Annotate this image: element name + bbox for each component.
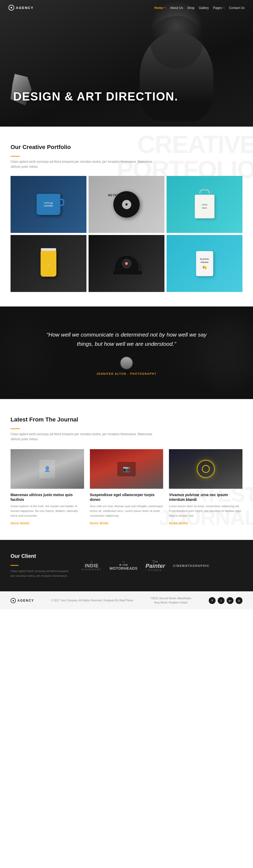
quote-author: JENNIFER ALTON - PHOTOGRAPHY [21, 372, 232, 375]
journal-header: Latest From The Journal Class aptent tac… [10, 416, 243, 442]
portfolio-item-3[interactable]: TOTEBAG [166, 176, 243, 233]
nav-item-contact[interactable]: Contact Us [229, 5, 245, 10]
footer-copy: © 2017 Your Company. All Rights Reserved… [51, 598, 134, 603]
read-more-2[interactable]: Read More [90, 522, 109, 525]
portfolio-title: Our Creative Portfolio [10, 144, 71, 153]
portfolio-item-2[interactable]: METRO-KA? [89, 176, 164, 233]
blog-thumb-3 [169, 449, 243, 489]
blog-grid: 👤 Maecenas ultrices justo metus quis fac… [10, 449, 243, 525]
social-facebook[interactable]: f [209, 597, 216, 604]
logo-text: AGENCY [16, 6, 34, 10]
quote-text: "How well we communicate is determined n… [41, 330, 212, 348]
social-twitter[interactable]: t [218, 597, 225, 604]
logo: AGENCY [8, 5, 34, 10]
blog-excerpt-1: Great explorer of the truth, the master … [10, 504, 84, 518]
read-more-3[interactable]: Read More [169, 522, 188, 525]
client-logo-cinema: CINEMATOGRAPHIC [173, 564, 210, 567]
footer-logo-icon [10, 598, 16, 603]
blog-excerpt-2: Duis velit orci erat. Aenean quis sem fr… [90, 504, 163, 518]
portfolio-desc: Class aptent taciti sociosqu ad litora t… [10, 159, 156, 169]
client-logo-painter: The Painter - STUDIO - [146, 560, 165, 571]
blog-card-2: 📷 Suspendisse eget ullamcorper turpis do… [90, 449, 163, 525]
cap-mockup: 🎯 [114, 255, 139, 272]
footer-logo-text: AGENCY [18, 599, 34, 602]
client-desc: Class aptent taciti sociosqu ad litora t… [10, 569, 71, 578]
quote-section: "How well we communicate is determined n… [0, 307, 253, 399]
cup-mockup: ☕ [40, 250, 56, 277]
journal-desc: Class aptent taciti sociosqu ad litora t… [10, 432, 156, 442]
header: AGENCY Home ~ About Us Shop Gallery Page… [0, 0, 253, 15]
blog-card-3: Vivamus pulvinar urna nec ipsum interdum… [169, 449, 243, 525]
nav-item-home[interactable]: Home ~ [154, 5, 166, 10]
blog-title-3: Vivamus pulvinar urna nec ipsum interdum… [169, 492, 243, 502]
client-logos: 01 INDIE VISIONARY 04 ⚙ THE MOTORHEADS T… [82, 560, 243, 571]
blog-card-1: 👤 Maecenas ultrices justo metus quis fac… [10, 449, 84, 525]
hero-title: DESIGN & ART DIRECTION. [13, 90, 178, 103]
nav-item-pages[interactable]: Pages ~ [213, 5, 225, 10]
blog-title-1: Maecenas ultrices justo metus quis facil… [10, 492, 84, 502]
nav-item-gallery[interactable]: Gallery [199, 5, 209, 10]
social-instagram[interactable]: ◎ [235, 597, 243, 604]
nav: Home ~ About Us Shop Gallery Pages ~ Con… [154, 5, 245, 10]
footer-logo: AGENCY [10, 598, 34, 603]
blog-thumb-1: 👤 [10, 449, 84, 489]
headphone-decor-left [0, 307, 58, 399]
blog-title-2: Suspendisse eget ullamcorper turpis done… [90, 492, 163, 502]
mug-mockup: Let's gooutside! [37, 194, 60, 215]
blog-thumb-2: 📷 [90, 449, 163, 489]
portfolio-item-1[interactable]: Let's gooutside! [10, 176, 87, 233]
vinyl-mockup: METRO-KA? [113, 191, 140, 218]
portfolio-item-6[interactable]: PLASTICPOUCH 🍋 [166, 235, 243, 292]
portfolio-item-5[interactable]: 🎯 [89, 235, 164, 292]
logo-icon [8, 5, 14, 10]
footer-social: f t g+ ◎ [209, 597, 243, 604]
hero-section: AGENCY Home ~ About Us Shop Gallery Page… [0, 0, 253, 127]
client-logo-indie: 01 INDIE VISIONARY [82, 560, 102, 571]
nav-item-about[interactable]: About Us [170, 5, 183, 10]
client-left: Our Client Class aptent taciti sociosqu … [10, 553, 71, 578]
portfolio-item-4[interactable]: ☕ [10, 235, 87, 292]
nav-item-shop[interactable]: Shop [187, 5, 194, 10]
read-more-1[interactable]: Read More [10, 522, 30, 525]
quote-avatar [120, 356, 133, 369]
bag-mockup: TOTEBAG [195, 195, 215, 218]
blog-excerpt-3: Lorem ipsum dolor sit amet, consectetur … [169, 504, 243, 518]
portfolio-section: CREATIVE PORTFOLIO Our Creative Portfoli… [0, 127, 253, 307]
footer-address: 732/21 Second Street, Manchester, King S… [151, 596, 192, 605]
hero-silhouette [127, 0, 227, 127]
hero-text: DESIGN & ART DIRECTION. [13, 90, 178, 103]
section-header: Our Creative Portfolio Class aptent taci… [10, 144, 243, 169]
client-logo-motorheads: 04 ⚙ THE MOTORHEADS [109, 561, 137, 570]
portfolio-grid: Let's gooutside! METRO-KA? TOTEBA [10, 176, 243, 292]
footer: AGENCY © 2017 Your Company. All Rights R… [0, 591, 253, 610]
social-google[interactable]: g+ [227, 597, 233, 604]
client-title: Our Client [10, 553, 71, 562]
journal-section: LATEST JOURNAL Latest From The Journal C… [0, 399, 253, 540]
headphone-shape [148, 307, 253, 399]
client-section: Our Client Class aptent taciti sociosqu … [0, 540, 253, 591]
journal-title: Latest From The Journal [10, 416, 78, 426]
pouch-mockup: PLASTICPOUCH 🍋 [196, 251, 213, 276]
